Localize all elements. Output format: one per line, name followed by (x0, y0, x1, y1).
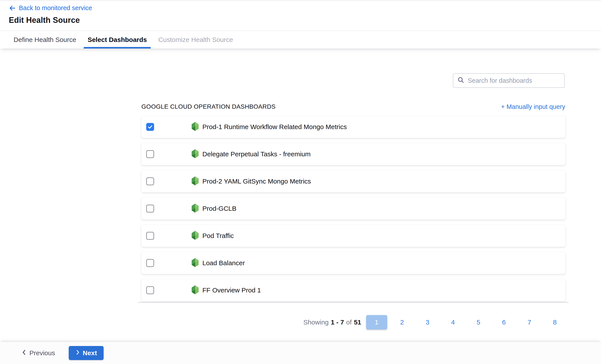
dashboard-hexagon-icon (191, 258, 199, 268)
dashboard-name: Pod Traffic (202, 232, 234, 240)
chevron-left-icon (21, 349, 27, 357)
dashboard-row[interactable]: Pod Traffic (141, 225, 565, 247)
dashboard-name: Load Balancer (202, 259, 245, 267)
dashboard-group-heading: GOOGLE CLOUD OPERATION DASHBOARDS (141, 103, 276, 110)
dashboard-checkbox[interactable] (146, 259, 154, 267)
dashboard-row[interactable]: Prod-2 YAML GitSync Mongo Metrics (141, 170, 565, 192)
back-link[interactable]: Back to monitored service (9, 4, 92, 12)
tab-select-dashboards[interactable]: Select Dashboards (88, 31, 147, 49)
next-button-label: Next (83, 349, 97, 357)
pagination-page-button[interactable]: 2 (389, 319, 415, 326)
search-icon (457, 76, 465, 85)
dashboard-hexagon-icon (191, 203, 199, 214)
list-bottom-divider (138, 302, 569, 303)
dashboard-checkbox[interactable] (146, 205, 154, 212)
showing-range: 1 - 7 (331, 319, 344, 326)
dashboard-hexagon-icon (191, 176, 199, 186)
manually-input-query-link[interactable]: + Manually input query (501, 103, 565, 111)
dashboard-list: Prod-1 Runtime Workflow Related Mongo Me… (141, 116, 565, 306)
dashboard-name: Prod-GCLB (202, 205, 236, 212)
dashboard-row[interactable]: FF Overview Prod 1 (141, 279, 565, 301)
dashboard-name: FF Overview Prod 1 (202, 286, 261, 294)
edit-health-source-page: Back to monitored service Edit Health So… (0, 0, 601, 364)
dashboard-hexagon-icon (191, 122, 199, 132)
dashboard-row[interactable]: Prod-1 Runtime Workflow Related Mongo Me… (141, 116, 565, 138)
pagination-pages: 1 2 3 4 5 6 7 8 (366, 315, 568, 330)
pagination: Showing 1 - 7 of 51 1 2 3 4 5 6 7 8 (303, 315, 568, 330)
dashboard-row[interactable]: Prod-GCLB (141, 198, 565, 220)
previous-button-label: Previous (30, 349, 55, 357)
page-title: Edit Health Source (9, 16, 601, 25)
select-dashboards-panel: GOOGLE CLOUD OPERATION DASHBOARDS + Manu… (0, 51, 601, 342)
pagination-page-button[interactable]: 5 (466, 319, 491, 326)
tab-define-health-source[interactable]: Define Health Source (14, 31, 76, 49)
dashboard-row[interactable]: Load Balancer (141, 252, 565, 274)
list-header-row: GOOGLE CLOUD OPERATION DASHBOARDS + Manu… (141, 101, 565, 113)
dashboard-checkbox[interactable] (146, 123, 154, 131)
dashboard-search[interactable] (453, 73, 565, 88)
dashboard-checkbox[interactable] (146, 232, 154, 240)
chevron-right-icon (75, 349, 80, 357)
dashboard-row[interactable]: Delegate Perpetual Tasks - freemium (141, 143, 565, 165)
dashboard-checkbox[interactable] (146, 150, 154, 158)
arrow-left-icon (9, 5, 16, 12)
dashboard-hexagon-icon (191, 285, 199, 295)
pagination-page-button[interactable]: 6 (491, 319, 517, 326)
pagination-page-button[interactable]: 3 (415, 319, 440, 326)
dashboard-hexagon-icon (191, 149, 199, 159)
showing-total: 51 (354, 319, 361, 326)
search-input[interactable] (468, 77, 561, 84)
tab-customize-health-source: Customize Health Source (158, 31, 233, 49)
pagination-page-button[interactable]: 4 (440, 319, 466, 326)
dashboard-name: Prod-1 Runtime Workflow Related Mongo Me… (202, 123, 347, 131)
previous-button[interactable]: Previous (21, 349, 55, 357)
pagination-page-button[interactable]: 7 (517, 319, 542, 326)
dashboard-hexagon-icon (191, 231, 199, 241)
showing-of: of (346, 319, 352, 326)
pagination-summary: Showing 1 - 7 of 51 (303, 319, 361, 326)
wizard-footer: Previous Next (0, 342, 601, 364)
pagination-page-button[interactable]: 8 (542, 319, 568, 326)
dashboard-checkbox[interactable] (146, 286, 154, 294)
back-link-label: Back to monitored service (19, 4, 92, 12)
dashboard-name: Delegate Perpetual Tasks - freemium (202, 150, 311, 158)
pagination-page-button[interactable]: 1 (366, 315, 387, 330)
next-button[interactable]: Next (69, 346, 104, 360)
wizard-tabbar: Define Health Source Select Dashboards C… (0, 30, 601, 49)
page-header: Back to monitored service Edit Health So… (0, 0, 601, 25)
dashboard-name: Prod-2 YAML GitSync Mongo Metrics (202, 178, 311, 185)
showing-label: Showing (303, 319, 329, 326)
dashboard-checkbox[interactable] (146, 177, 154, 185)
